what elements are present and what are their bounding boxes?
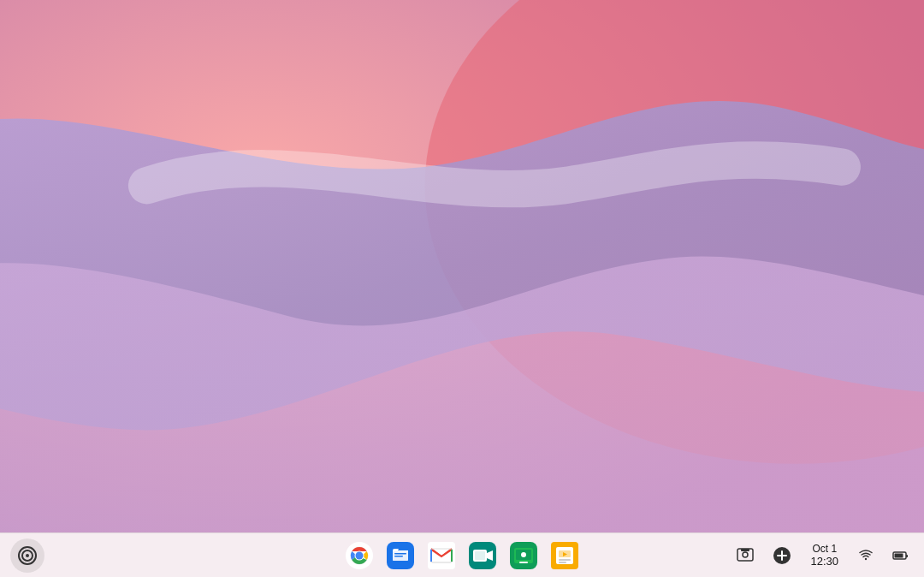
launcher-button[interactable]: [10, 538, 44, 573]
quick-add-button[interactable]: [767, 543, 797, 568]
date-label: Oct 1: [812, 543, 837, 555]
classroom-svg: [510, 542, 537, 569]
add-icon: [773, 546, 791, 565]
svg-rect-0: [0, 0, 924, 577]
gmail-svg: [428, 542, 455, 569]
taskbar: Oct 1 12:30: [0, 532, 924, 577]
taskbar-center: [342, 538, 582, 573]
files-app-icon[interactable]: [383, 538, 418, 573]
wifi-button[interactable]: [852, 544, 880, 568]
svg-point-1: [425, 0, 924, 464]
meet-app-icon[interactable]: [465, 538, 500, 573]
taskbar-left: [10, 538, 44, 573]
slides-svg: [551, 542, 578, 569]
slides-app-icon[interactable]: [548, 538, 582, 573]
svg-point-36: [865, 557, 867, 559]
files-svg: [387, 542, 414, 569]
svg-rect-38: [906, 555, 908, 557]
battery-icon: [891, 547, 909, 564]
launcher-icon: [18, 546, 37, 565]
desktop: Oct 1 12:30: [0, 0, 924, 577]
battery-button[interactable]: [886, 544, 914, 568]
screen-capture-icon: [736, 546, 755, 565]
svg-point-31: [743, 552, 748, 557]
svg-point-8: [356, 551, 364, 559]
meet-svg: [469, 542, 496, 569]
svg-rect-27: [559, 559, 571, 561]
datetime-display[interactable]: Oct 1 12:30: [803, 541, 845, 570]
svg-rect-23: [519, 562, 528, 563]
classroom-app-icon[interactable]: [506, 538, 541, 573]
time-label: 12:30: [810, 555, 838, 568]
chrome-app-icon[interactable]: [342, 538, 376, 573]
svg-rect-13: [394, 556, 403, 557]
screen-capture-button[interactable]: [730, 540, 761, 571]
chrome-svg: [346, 542, 373, 569]
svg-point-4: [26, 554, 29, 557]
svg-rect-12: [394, 553, 406, 555]
svg-rect-39: [895, 553, 903, 557]
svg-rect-18: [475, 551, 485, 560]
taskbar-right: Oct 1 12:30: [730, 540, 914, 571]
gmail-app-icon[interactable]: [424, 538, 459, 573]
svg-rect-32: [741, 549, 749, 551]
svg-point-22: [521, 552, 526, 557]
wifi-icon: [857, 547, 874, 564]
svg-rect-28: [559, 562, 566, 563]
